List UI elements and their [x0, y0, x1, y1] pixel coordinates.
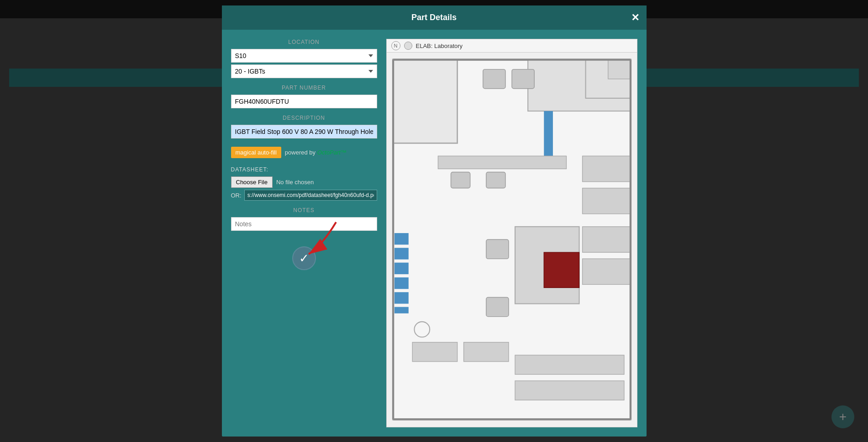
svg-rect-19: [486, 240, 508, 259]
description-label: DESCRIPTION: [231, 115, 377, 121]
notes-input[interactable]: [231, 217, 377, 231]
svg-rect-28: [515, 381, 624, 400]
modal-header: Part Details ✕: [222, 5, 647, 30]
part-number-group: PART NUMBER: [231, 85, 377, 108]
save-area: ✓: [231, 237, 377, 284]
description-group: DESCRIPTION: [231, 115, 377, 138]
svg-rect-22: [582, 188, 630, 214]
description-input[interactable]: [231, 125, 377, 138]
modal-title: Part Details: [411, 13, 457, 22]
svg-rect-7: [438, 156, 566, 169]
map-title: ELAB: Laboratory: [416, 43, 463, 49]
modal-overlay: Part Details ✕ LOCATION S10 20 - IGBTs: [0, 0, 868, 442]
svg-rect-10: [394, 233, 408, 245]
or-row: OR:: [231, 190, 377, 201]
save-button[interactable]: ✓: [292, 246, 316, 270]
autofill-button[interactable]: magical auto-fill: [231, 147, 281, 158]
svg-rect-11: [394, 248, 408, 259]
svg-rect-4: [512, 69, 534, 89]
svg-rect-6: [544, 111, 553, 162]
location-select-2[interactable]: 20 - IGBTs: [231, 64, 377, 78]
or-label: OR:: [231, 192, 242, 199]
location-select-1[interactable]: S10: [231, 49, 377, 63]
notes-group: NOTES: [231, 207, 377, 231]
svg-rect-23: [582, 227, 630, 252]
part-number-label: PART NUMBER: [231, 85, 377, 91]
svg-rect-30: [393, 60, 458, 144]
svg-rect-9: [486, 172, 505, 188]
choose-file-button[interactable]: Choose File: [231, 176, 273, 188]
datasheet-label: DATASHEET:: [231, 166, 377, 173]
autofill-row: magical auto-fill powered by OctoPart™: [231, 147, 377, 158]
powered-by-text: powered by OctoPart™: [285, 149, 347, 156]
svg-rect-8: [451, 172, 470, 188]
svg-rect-13: [394, 277, 408, 289]
svg-rect-15: [394, 307, 408, 314]
no-file-text: No file chosen: [276, 179, 314, 186]
svg-rect-3: [483, 69, 505, 89]
octopart-brand: OctoPart™: [317, 149, 347, 156]
map-panel: N ELAB: Laboratory: [386, 39, 637, 427]
svg-rect-25: [412, 342, 457, 362]
modal-close-button[interactable]: ✕: [631, 12, 639, 24]
svg-rect-27: [515, 355, 624, 374]
part-details-modal: Part Details ✕ LOCATION S10 20 - IGBTs: [222, 5, 647, 437]
datasheet-url-input[interactable]: [244, 190, 377, 201]
save-icon: ✓: [299, 251, 309, 266]
datasheet-group: DATASHEET: Choose File No file chosen OR…: [231, 166, 377, 201]
location-group: LOCATION S10 20 - IGBTs: [231, 39, 377, 78]
location-label: LOCATION: [231, 39, 377, 45]
modal-body: LOCATION S10 20 - IGBTs PART NUMBER DESC…: [222, 30, 647, 437]
svg-rect-12: [394, 263, 408, 274]
svg-rect-14: [394, 292, 408, 304]
svg-rect-21: [582, 156, 630, 181]
svg-rect-24: [582, 259, 630, 284]
form-panel: LOCATION S10 20 - IGBTs PART NUMBER DESC…: [231, 39, 377, 427]
floor-plan-svg: [387, 53, 637, 426]
svg-rect-32: [608, 60, 630, 79]
notes-label: NOTES: [231, 207, 377, 213]
svg-rect-26: [463, 342, 508, 362]
svg-rect-20: [486, 297, 508, 316]
map-title-bar: N ELAB: Laboratory: [387, 39, 637, 53]
datasheet-file-row: Choose File No file chosen: [231, 176, 377, 188]
north-indicator: N: [391, 41, 400, 50]
svg-rect-17: [544, 252, 579, 288]
map-content: [387, 53, 637, 426]
map-compass-circle: [404, 42, 412, 50]
part-number-input[interactable]: [231, 95, 377, 108]
